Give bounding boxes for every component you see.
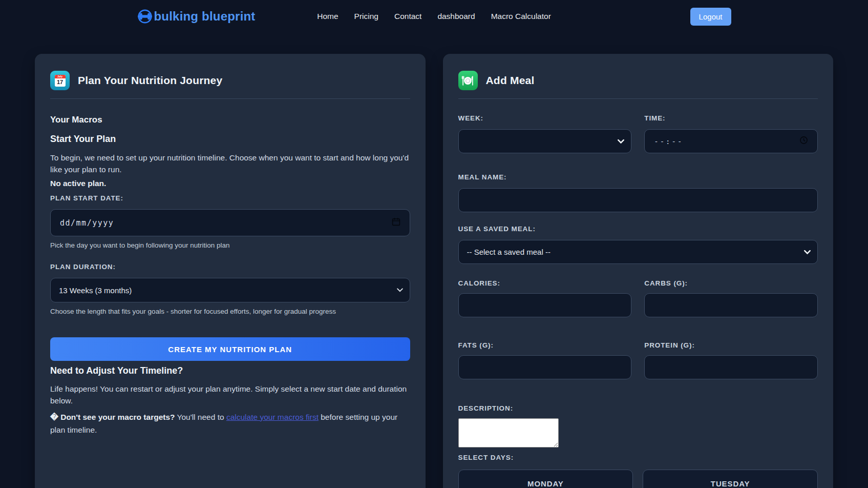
- add-meal-title: Add Meal: [486, 74, 535, 87]
- plan-start-date-input[interactable]: dd/mm/yyyy: [50, 209, 410, 236]
- plan-intro-text: To begin, we need to set up your nutriti…: [50, 152, 410, 175]
- top-nav: bulking blueprint Home Pricing Contact d…: [0, 0, 868, 33]
- main-nav: Home Pricing Contact dashboard Macro Cal…: [317, 12, 551, 21]
- saved-meal-label: USE A SAVED MEAL:: [458, 225, 818, 233]
- plan-start-date-label: PLAN START DATE:: [50, 194, 410, 202]
- plan-card-title: Plan Your Nutrition Journey: [78, 74, 222, 87]
- nav-pricing[interactable]: Pricing: [354, 12, 378, 21]
- time-input[interactable]: --:--: [644, 129, 818, 153]
- protein-input[interactable]: [644, 355, 818, 379]
- fats-label: FATS (G):: [458, 341, 632, 349]
- day-button-monday[interactable]: MONDAY: [458, 470, 633, 488]
- add-meal-card: Add Meal WEEK: TIME: --:--: [443, 54, 834, 488]
- calculate-macros-link[interactable]: calculate your macros first: [226, 413, 319, 421]
- meal-icon: [458, 71, 478, 90]
- nav-macro-calculator[interactable]: Macro Calculator: [491, 12, 551, 21]
- day-button-tuesday[interactable]: TUESDAY: [643, 470, 818, 488]
- plan-card: July 17 Plan Your Nutrition Journey Your…: [35, 54, 426, 488]
- divider: [50, 98, 410, 99]
- nav-home[interactable]: Home: [317, 12, 338, 21]
- logout-button[interactable]: Logout: [690, 8, 731, 26]
- calories-label: CALORIES:: [458, 279, 632, 287]
- calendar-icon: July 17: [50, 71, 70, 90]
- meal-name-input[interactable]: [458, 188, 818, 212]
- plan-duration-select[interactable]: 13 Weeks (3 months): [50, 278, 410, 302]
- description-textarea[interactable]: [458, 418, 559, 448]
- day-button-group: MONDAY TUESDAY: [458, 470, 818, 488]
- carbs-label: CARBS (G):: [644, 279, 818, 287]
- description-label: DESCRIPTION:: [458, 404, 818, 412]
- time-label: TIME:: [644, 114, 818, 122]
- time-placeholder: --:--: [654, 137, 683, 146]
- logo[interactable]: bulking blueprint: [137, 9, 256, 24]
- macro-warning-text: � Don't see your macro targets? You'll n…: [50, 411, 410, 436]
- your-macros-heading: Your Macros: [50, 115, 410, 125]
- plan-duration-help: Choose the length that fits your goals -…: [50, 308, 410, 315]
- dumbbell-logo-icon: [137, 9, 153, 24]
- calories-input[interactable]: [458, 293, 632, 317]
- calendar-icon-day: 17: [55, 78, 66, 86]
- calendar-indicator-icon[interactable]: [392, 217, 400, 228]
- adjust-timeline-text: Life happens! You can restart or adjust …: [50, 383, 410, 406]
- macro-warning-bold: � Don't see your macro targets?: [50, 413, 175, 421]
- saved-meal-select[interactable]: -- Select a saved meal --: [458, 240, 818, 264]
- calendar-icon-month: July: [55, 75, 66, 78]
- fats-input[interactable]: [458, 355, 632, 379]
- start-plan-heading: Start Your Plan: [50, 134, 410, 145]
- week-label: WEEK:: [458, 114, 632, 122]
- create-plan-button[interactable]: CREATE MY NUTRITION PLAN: [50, 337, 410, 361]
- protein-label: PROTEIN (G):: [644, 341, 818, 349]
- content: July 17 Plan Your Nutrition Journey Your…: [0, 54, 868, 488]
- clock-icon[interactable]: [799, 136, 808, 147]
- date-placeholder: dd/mm/yyyy: [60, 218, 114, 228]
- meal-name-label: MEAL NAME:: [458, 173, 818, 181]
- carbs-input[interactable]: [644, 293, 818, 317]
- no-active-plan-text: No active plan.: [50, 179, 410, 188]
- plan-start-date-help: Pick the day you want to begin following…: [50, 241, 410, 249]
- nav-dashboard[interactable]: dashboard: [437, 12, 475, 21]
- nav-contact[interactable]: Contact: [394, 12, 421, 21]
- plan-duration-label: PLAN DURATION:: [50, 263, 410, 271]
- week-select[interactable]: [458, 129, 632, 153]
- select-days-label: SELECT DAYS:: [458, 454, 818, 461]
- logo-text: bulking blueprint: [154, 9, 256, 24]
- adjust-timeline-heading: Need to Adjust Your Timeline?: [50, 365, 410, 376]
